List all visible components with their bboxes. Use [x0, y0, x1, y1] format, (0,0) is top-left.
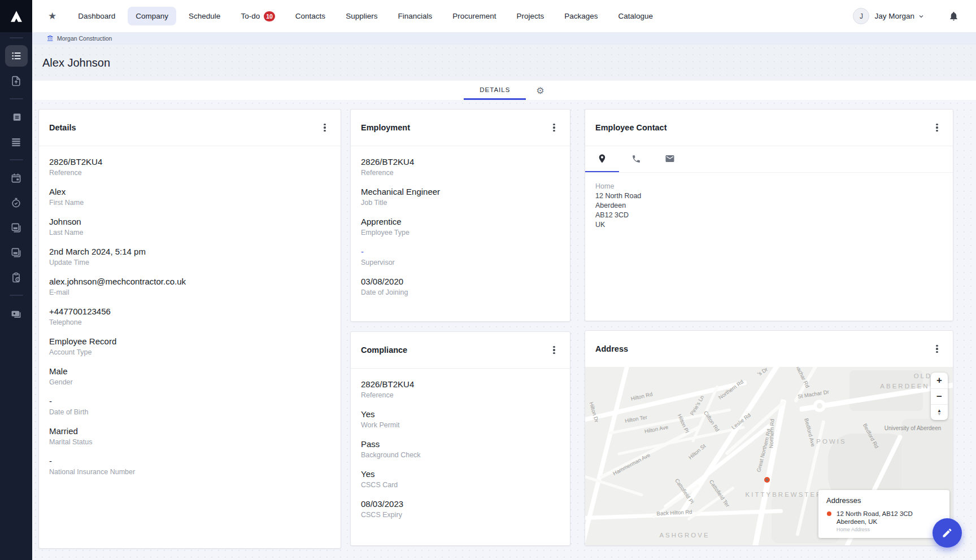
field-group: -National Insurance Number: [49, 456, 330, 476]
card-title: Employee Contact: [595, 123, 667, 132]
address-line: UK: [595, 220, 943, 230]
details-fields: 2826/BT2KU4ReferenceAlexFirst NameJohnso…: [39, 146, 341, 496]
zoom-out-button[interactable]: −: [931, 388, 948, 404]
nav-item-financials[interactable]: Financials: [390, 7, 440, 25]
employment-fields: 2826/BT2KU4ReferenceMechanical EngineerJ…: [351, 146, 570, 316]
location-icon: [597, 154, 607, 164]
sidebar-item-timer[interactable]: [5, 192, 28, 213]
address-list-item[interactable]: 12 North Road, AB12 3CD Aberdeen, UK Hom…: [826, 510, 942, 532]
map[interactable]: Hilton RdHilton DrHilton TerHilton AveHi…: [585, 367, 953, 545]
todo-count-badge: 10: [264, 11, 275, 21]
tab-address[interactable]: [585, 146, 619, 172]
sidebar: [0, 0, 32, 560]
nav-item-to-do[interactable]: To-do10: [233, 6, 282, 27]
field-value: Male: [49, 366, 330, 377]
field-label: Date of Birth: [49, 408, 330, 417]
addresses-overlay: Addresses 12 North Road, AB12 3CD Aberde…: [818, 490, 949, 538]
document-icon: [11, 112, 21, 123]
field-value: alex.johnson@mechcontractor.co.uk: [49, 276, 330, 287]
contact-tabs: [585, 146, 953, 173]
user-menu[interactable]: Jay Morgan: [874, 12, 914, 20]
notifications-bell-icon[interactable]: [948, 11, 959, 21]
address-text: 12 North Road, AB12 3CD Aberdeen, UK: [836, 510, 942, 526]
window-stack-icon: [11, 222, 21, 233]
field-value: Mechanical Engineer: [361, 186, 560, 197]
sidebar-item-window-stack-1[interactable]: [5, 217, 28, 238]
calendar-icon: [11, 173, 21, 183]
field-value: Yes: [361, 409, 560, 419]
settings-gear-icon[interactable]: ⚙: [536, 86, 544, 95]
kebab-menu-icon[interactable]: [931, 122, 943, 133]
sidebar-divider: [10, 159, 23, 160]
sidebar-item-list[interactable]: [5, 45, 28, 67]
nav-item-schedule[interactable]: Schedule: [181, 7, 228, 25]
kebab-menu-icon[interactable]: [319, 122, 330, 133]
kebab-menu-icon[interactable]: [548, 122, 560, 133]
sidebar-item-id-badge[interactable]: [5, 303, 28, 324]
field-group: -Date of Birth: [49, 396, 330, 417]
sidebar-item-clipboard-time[interactable]: [5, 266, 28, 288]
kebab-menu-icon[interactable]: [548, 344, 560, 356]
chevron-down-icon[interactable]: [918, 13, 925, 20]
nav-item-company[interactable]: Company: [128, 7, 176, 25]
list-icon: [11, 50, 22, 62]
field-value: 08/03/2023: [361, 498, 560, 509]
sidebar-divider: [10, 295, 23, 296]
sidebar-item-window-stack-2[interactable]: [5, 242, 28, 263]
map-marker-icon[interactable]: [764, 477, 770, 483]
tab-details[interactable]: DETAILS: [464, 82, 526, 100]
edit-fab-button[interactable]: [933, 518, 962, 548]
nav-item-packages[interactable]: Packages: [556, 7, 605, 25]
favorites-star-icon[interactable]: ★: [48, 10, 56, 22]
map-label: University of Aberdeen: [884, 425, 942, 431]
field-value: -: [49, 456, 330, 466]
contact-address: Home 12 North RoadAberdeenAB12 3CDUK: [585, 173, 953, 239]
field-label: National Insurance Number: [49, 467, 330, 476]
field-label: Telephone: [49, 318, 330, 327]
app-logo[interactable]: [0, 0, 32, 32]
tab-phone[interactable]: [619, 146, 653, 172]
address-line: 12 North Road: [595, 191, 943, 201]
nav-item-suppliers[interactable]: Suppliers: [338, 7, 385, 25]
field-label: Employee Type: [361, 228, 560, 237]
field-group: alex.johnson@mechcontractor.co.ukE-mail: [49, 276, 330, 297]
field-label: Date of Joining: [361, 288, 560, 297]
page-title: Alex Johnson: [42, 56, 110, 69]
field-group: +447700123456Telephone: [49, 306, 330, 327]
nav-item-procurement[interactable]: Procurement: [445, 7, 504, 25]
nav-item-dashboard[interactable]: Dashboard: [70, 7, 123, 25]
nav-item-contacts[interactable]: Contacts: [287, 7, 333, 25]
field-label: Work Permit: [361, 421, 560, 430]
map-label: Hilton St: [687, 443, 707, 461]
sidebar-item-document[interactable]: [5, 106, 28, 128]
field-value: 2nd March 2024, 5:14 pm: [49, 246, 330, 257]
address-sublabel: Home Address: [836, 527, 942, 532]
sidebar-divider: [10, 37, 23, 38]
nav-item-catalogue[interactable]: Catalogue: [611, 7, 661, 25]
timer-icon: [11, 198, 21, 208]
compliance-fields: 2826/BT2KU4ReferenceYesWork PermitPassBa…: [351, 369, 570, 539]
sidebar-item-calendar[interactable]: [5, 167, 28, 189]
field-value: +447700123456: [49, 306, 330, 317]
tab-email[interactable]: [653, 146, 687, 172]
avatar[interactable]: J: [853, 8, 869, 24]
kebab-menu-icon[interactable]: [931, 343, 943, 355]
card-title: Compliance: [361, 345, 407, 355]
sidebar-item-file-upload[interactable]: [5, 70, 28, 91]
address-lines: 12 North RoadAberdeenAB12 3CDUK: [595, 191, 943, 230]
address-type: Home: [595, 182, 943, 191]
field-label: Marital Status: [49, 438, 330, 447]
zoom-in-button[interactable]: +: [931, 373, 948, 388]
breadcrumb-company[interactable]: Morgan Construction: [57, 35, 112, 42]
tilt-control-button[interactable]: ▲ ▼: [931, 404, 948, 420]
card-employee-contact: Employee Contact Home 12 North RoadAberd…: [585, 109, 953, 321]
field-label: Background Check: [361, 450, 560, 460]
mail-icon: [665, 154, 675, 164]
sidebar-item-rows[interactable]: [5, 131, 28, 152]
field-group: AlexFirst Name: [49, 186, 330, 207]
page-header: Alex Johnson: [32, 45, 976, 81]
field-label: Reference: [361, 391, 560, 400]
map-label: OLD: [914, 373, 933, 379]
nav-item-projects[interactable]: Projects: [508, 7, 552, 25]
field-label: Reference: [361, 168, 560, 177]
